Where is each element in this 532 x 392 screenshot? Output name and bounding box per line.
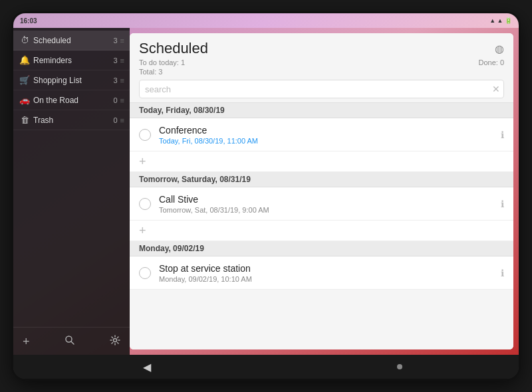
task-title-service-station: Stop at service station [159,263,495,274]
sidebar-label-shopping: Shopping List [33,76,110,85]
task-date-call-stive: Tomorrow, Sat, 08/31/19, 9:00 AM [159,206,495,214]
search-input[interactable] [139,80,504,98]
back-button[interactable]: ◀ [130,361,164,373]
task-title-call-stive: Call Stive [159,194,495,205]
history-icon[interactable]: ◍ [495,43,504,55]
tasks-area: Today, Friday, 08/30/19 Conference Today… [130,103,513,349]
gear-icon [110,335,120,345]
trash-icon: 🗑 [19,115,31,125]
task-info-icon-conference[interactable]: ℹ [495,130,504,140]
scheduled-icon: ⏱ [19,35,31,45]
add-list-button[interactable]: + [23,336,30,347]
date-group-tomorrow: Tomorrow, Saturday, 08/31/19 [130,172,513,187]
task-checkbox-service-station[interactable] [139,267,151,279]
search-clear-icon[interactable]: ✕ [492,84,500,94]
reminders-icon: 🔔 [19,55,31,65]
date-label-tomorrow: Tomorrow, Saturday, 08/31/19 [139,175,251,184]
sidebar-label-on-the-road: On the Road [33,96,110,105]
date-label-monday: Monday, 09/02/19 [139,244,204,253]
done-stat: Done: 0 [478,58,504,66]
date-group-monday: Monday, 09/02/19 [130,241,513,256]
task-title-conference: Conference [159,125,495,136]
task-checkbox-call-stive[interactable] [139,198,151,210]
sidebar-menu-trash: ≡ [120,116,124,124]
total-stat: Total: 3 [139,68,162,76]
sidebar-list: ⏱ Scheduled 3 ≡ 🔔 Reminders 3 ≡ 🛒 Shoppi… [13,28,130,327]
status-time: 16:03 [20,17,37,25]
svg-line-1 [71,342,74,344]
sidebar-bottom: + [13,327,130,355]
ontheroad-icon: 🚗 [19,95,31,105]
task-item-conference: Conference Today, Fri, 08/30/19, 11:00 A… [130,118,513,151]
svg-point-2 [113,339,116,342]
task-info-icon-service-station[interactable]: ℹ [495,268,504,278]
settings-button[interactable] [110,335,120,347]
todo-today-stat: To do today: 1 [139,58,185,66]
add-row-today: + [130,151,513,172]
sidebar-item-reminders[interactable]: 🔔 Reminders 3 ≡ [13,50,130,70]
search-icon [65,335,75,345]
task-date-conference: Today, Fri, 08/30/19, 11:00 AM [159,137,495,145]
sidebar-count-trash: 0 [110,116,118,124]
sidebar-item-trash[interactable]: 🗑 Trash 0 ≡ [13,110,130,130]
sidebar-item-scheduled[interactable]: ⏱ Scheduled 3 ≡ [13,31,130,50]
sidebar-item-shopping[interactable]: 🛒 Shopping List 3 ≡ [13,70,130,90]
sidebar-menu-on-the-road: ≡ [120,96,124,104]
date-label-today: Today, Friday, 08/30/19 [139,106,225,115]
task-body-conference: Conference Today, Fri, 08/30/19, 11:00 A… [159,125,495,145]
status-bar: 16:03 ▲ ▲ 🔋 [13,13,519,28]
main-panel: Scheduled ◍ To do today: 1 Done: 0 Total… [130,33,513,349]
tablet-frame: 16:03 ▲ ▲ 🔋 ⏱ Scheduled 3 ≡ 🔔 Reminders … [13,13,519,379]
sidebar-count-shopping: 3 [110,76,118,84]
add-task-today-button[interactable]: + [139,155,146,167]
main-title: Scheduled [139,40,208,57]
main-header: Scheduled ◍ To do today: 1 Done: 0 Total… [130,33,513,103]
sidebar-label-scheduled: Scheduled [33,36,110,45]
add-task-tomorrow-button[interactable]: + [139,225,146,237]
nav-bar: ◀ [13,355,519,379]
date-group-today: Today, Friday, 08/30/19 [130,103,513,118]
nav-dot [397,364,402,369]
task-info-icon-call-stive[interactable]: ℹ [495,199,504,209]
task-item-call-stive: Call Stive Tomorrow, Sat, 08/31/19, 9:00… [130,187,513,221]
sidebar-menu-scheduled: ≡ [120,37,124,45]
task-date-service-station: Monday, 09/02/19, 10:10 AM [159,275,495,283]
sidebar-menu-shopping: ≡ [120,76,124,84]
task-item-service-station: Stop at service station Monday, 09/02/19… [130,256,513,290]
sidebar-label-trash: Trash [33,116,110,125]
add-row-tomorrow: + [130,221,513,241]
search-row: ✕ [139,80,504,98]
sidebar-count-scheduled: 3 [110,37,118,45]
task-body-call-stive: Call Stive Tomorrow, Sat, 08/31/19, 9:00… [159,194,495,214]
sidebar: ⏱ Scheduled 3 ≡ 🔔 Reminders 3 ≡ 🛒 Shoppi… [13,28,130,355]
search-button[interactable] [65,335,75,347]
sidebar-menu-reminders: ≡ [120,56,124,64]
sidebar-count-on-the-road: 0 [110,96,118,104]
status-icons: ▲ ▲ 🔋 [489,17,512,24]
sidebar-count-reminders: 3 [110,56,118,64]
sidebar-label-reminders: Reminders [33,56,110,65]
task-body-service-station: Stop at service station Monday, 09/02/19… [159,263,495,283]
sidebar-item-on-the-road[interactable]: 🚗 On the Road 0 ≡ [13,90,130,110]
tablet-content: ⏱ Scheduled 3 ≡ 🔔 Reminders 3 ≡ 🛒 Shoppi… [13,28,519,355]
shopping-icon: 🛒 [19,75,31,85]
task-checkbox-conference[interactable] [139,129,151,141]
